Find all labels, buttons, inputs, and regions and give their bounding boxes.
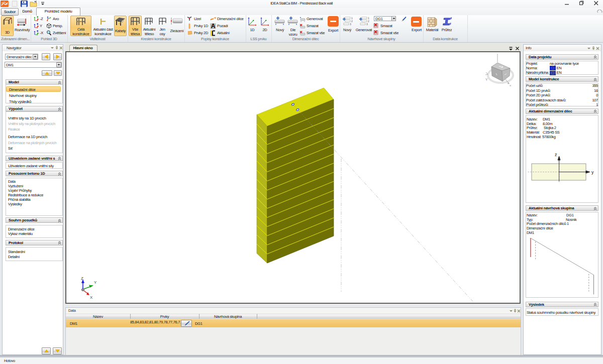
svg-text:X: X — [90, 295, 93, 300]
svg-text:z: z — [555, 152, 557, 157]
svg-text:Z: Z — [81, 276, 83, 281]
svg-text:Y: Y — [485, 78, 488, 81]
svg-text:x: x — [510, 84, 511, 87]
svg-text:3: 3 — [350, 23, 351, 26]
svg-text:y: y — [591, 170, 594, 175]
svg-text:3: 3 — [366, 23, 368, 26]
svg-text:2: 2 — [368, 20, 369, 23]
svg-text:Y: Y — [94, 280, 97, 285]
svg-text:A: A — [211, 23, 216, 29]
svg-text:2: 2 — [351, 20, 353, 23]
